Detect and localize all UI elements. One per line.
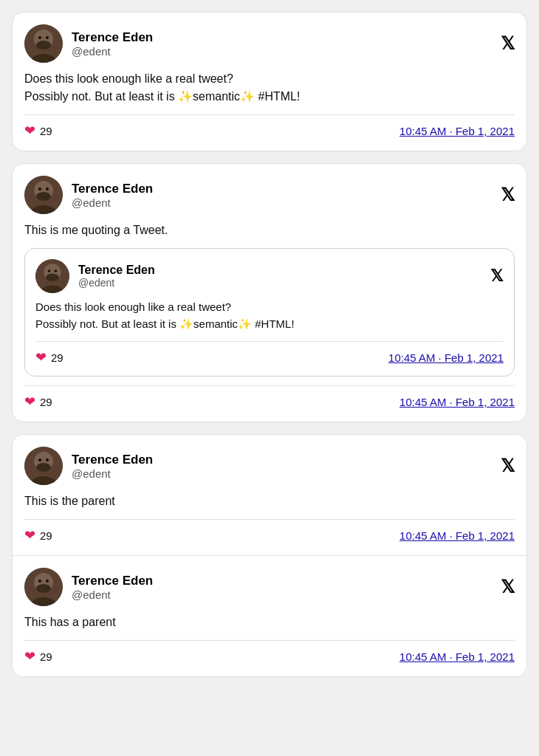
tweet-divider-parent bbox=[24, 519, 515, 520]
quoted-tweet-likes: ❤ 29 bbox=[35, 349, 63, 365]
tweet-likes-child: ❤ 29 bbox=[24, 648, 52, 664]
tweet-card-1: Terence Eden @edent 𝕏 Does this look eno… bbox=[12, 12, 527, 151]
svg-point-11 bbox=[38, 188, 41, 190]
tweet-card-2: Terence Eden @edent 𝕏 This is me quoting… bbox=[12, 163, 527, 422]
tweet-header-1: Terence Eden @edent 𝕏 bbox=[24, 24, 515, 63]
tweet-parent: Terence Eden @edent 𝕏 This is the parent… bbox=[13, 435, 526, 556]
tweet-footer-2: ❤ 29 10:45 AM · Feb 1, 2021 bbox=[24, 394, 515, 410]
tweet-time-parent[interactable]: 10:45 AM · Feb 1, 2021 bbox=[399, 529, 515, 542]
tweet-likes-1: ❤ 29 bbox=[24, 123, 52, 139]
user-info-1: Terence Eden @edent bbox=[72, 30, 153, 58]
quoted-user-name: Terence Eden bbox=[78, 264, 155, 277]
quoted-x-logo: 𝕏 bbox=[490, 268, 504, 284]
tweet-parent-header: Terence Eden @edent 𝕏 bbox=[24, 447, 515, 485]
likes-count-child: 29 bbox=[40, 650, 52, 663]
quoted-tweet-header-left: Terence Eden @edent bbox=[35, 259, 155, 293]
svg-point-5 bbox=[38, 36, 41, 39]
heart-icon-parent: ❤ bbox=[24, 527, 35, 543]
quoted-tweet-body: Does this look enough like a real tweet?… bbox=[35, 299, 504, 332]
user-info-child: Terence Eden @edent bbox=[72, 574, 153, 601]
x-logo-child: 𝕏 bbox=[501, 578, 515, 596]
avatar-parent bbox=[24, 447, 63, 485]
quoted-avatar bbox=[35, 259, 69, 293]
quoted-tweet-time[interactable]: 10:45 AM · Feb 1, 2021 bbox=[388, 351, 504, 364]
tweet-body-child: This has a parent bbox=[24, 614, 515, 631]
heart-icon-2: ❤ bbox=[24, 394, 35, 410]
heart-icon-1: ❤ bbox=[24, 123, 35, 139]
tweet-header-left-1: Terence Eden @edent bbox=[24, 24, 153, 63]
svg-point-10 bbox=[36, 192, 51, 201]
user-handle-parent: @edent bbox=[72, 467, 153, 480]
svg-point-29 bbox=[38, 580, 41, 583]
avatar-1 bbox=[24, 24, 63, 63]
user-name-parent: Terence Eden bbox=[72, 453, 153, 467]
tweet-time-1[interactable]: 10:45 AM · Feb 1, 2021 bbox=[399, 125, 515, 137]
tweet-thread: Terence Eden @edent 𝕏 This is the parent… bbox=[12, 434, 527, 677]
x-logo-1: 𝕏 bbox=[501, 35, 515, 52]
user-name-child: Terence Eden bbox=[72, 574, 153, 588]
quoted-tweet-footer: ❤ 29 10:45 AM · Feb 1, 2021 bbox=[35, 349, 504, 365]
likes-count-1: 29 bbox=[40, 125, 52, 137]
tweet-time-2[interactable]: 10:45 AM · Feb 1, 2021 bbox=[399, 396, 515, 408]
svg-point-28 bbox=[36, 584, 51, 593]
quoted-user-handle: @edent bbox=[78, 277, 155, 289]
avatar-child bbox=[24, 568, 63, 606]
user-name-2: Terence Eden bbox=[72, 182, 153, 196]
tweet-header-2: Terence Eden @edent 𝕏 bbox=[24, 176, 515, 214]
tweet-divider-2 bbox=[24, 385, 515, 386]
quoted-likes-count: 29 bbox=[51, 351, 63, 364]
svg-point-18 bbox=[55, 269, 58, 272]
user-handle-child: @edent bbox=[72, 588, 153, 601]
svg-point-24 bbox=[46, 458, 49, 461]
likes-count-2: 29 bbox=[40, 396, 52, 408]
tweet-header-left-2: Terence Eden @edent bbox=[24, 176, 153, 214]
likes-count-parent: 29 bbox=[40, 529, 52, 542]
svg-point-23 bbox=[38, 458, 41, 461]
svg-point-12 bbox=[46, 188, 49, 190]
quoted-tweet-header: Terence Eden @edent 𝕏 bbox=[35, 259, 504, 293]
tweet-parent-header-left: Terence Eden @edent bbox=[24, 447, 153, 485]
tweet-footer-1: ❤ 29 10:45 AM · Feb 1, 2021 bbox=[24, 123, 515, 139]
svg-point-17 bbox=[48, 269, 51, 272]
avatar-2 bbox=[24, 176, 63, 214]
quoted-heart-icon: ❤ bbox=[35, 349, 47, 365]
heart-icon-child: ❤ bbox=[24, 648, 35, 664]
user-info-2: Terence Eden @edent bbox=[72, 182, 153, 209]
tweet-body-parent: This is the parent bbox=[24, 492, 515, 510]
tweet-time-child[interactable]: 10:45 AM · Feb 1, 2021 bbox=[399, 650, 515, 663]
x-logo-parent: 𝕏 bbox=[501, 457, 515, 475]
user-handle-2: @edent bbox=[72, 196, 153, 209]
tweet-body-1: Does this look enough like a real tweet?… bbox=[24, 70, 515, 106]
tweet-footer-child: ❤ 29 10:45 AM · Feb 1, 2021 bbox=[24, 648, 515, 664]
tweet-divider-child bbox=[24, 640, 515, 641]
user-handle-1: @edent bbox=[72, 45, 153, 58]
user-name-1: Terence Eden bbox=[72, 30, 153, 45]
tweet-likes-parent: ❤ 29 bbox=[24, 527, 52, 543]
tweet-likes-2: ❤ 29 bbox=[24, 394, 52, 410]
user-info-parent: Terence Eden @edent bbox=[72, 453, 153, 480]
tweet-child-header: Terence Eden @edent 𝕏 bbox=[24, 568, 515, 606]
svg-point-4 bbox=[36, 41, 51, 49]
tweet-child: Terence Eden @edent 𝕏 This has a parent … bbox=[13, 556, 526, 676]
svg-point-6 bbox=[46, 36, 49, 39]
svg-point-22 bbox=[36, 463, 51, 472]
tweet-divider-1 bbox=[24, 114, 515, 115]
quoted-tweet: Terence Eden @edent 𝕏 Does this look eno… bbox=[24, 248, 515, 377]
quoted-user-info: Terence Eden @edent bbox=[78, 264, 155, 289]
svg-point-30 bbox=[46, 580, 49, 583]
tweet-body-2: This is me quoting a Tweet. bbox=[24, 221, 515, 239]
x-logo-2: 𝕏 bbox=[501, 186, 515, 204]
svg-point-16 bbox=[46, 273, 59, 281]
tweet-footer-parent: ❤ 29 10:45 AM · Feb 1, 2021 bbox=[24, 527, 515, 543]
quoted-tweet-divider bbox=[35, 341, 504, 342]
tweet-child-header-left: Terence Eden @edent bbox=[24, 568, 153, 606]
